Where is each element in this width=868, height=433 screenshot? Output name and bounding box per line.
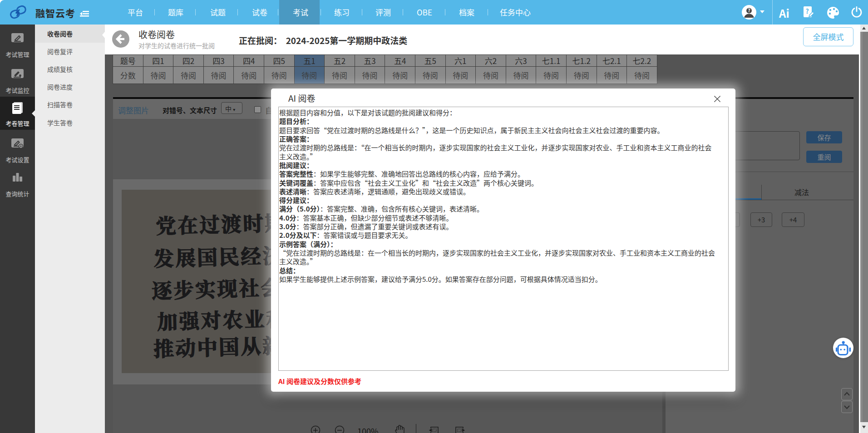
svg-text:?: ? [805, 6, 809, 15]
svg-text:?: ? [748, 7, 750, 14]
